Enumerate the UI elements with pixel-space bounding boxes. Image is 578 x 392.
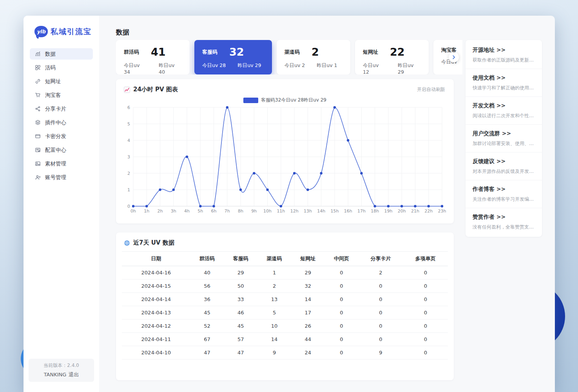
- table-cell: 0: [403, 279, 448, 293]
- link-item-6[interactable]: 赞赏作者 >>没有任何盈利，全靠赞赏支持...: [466, 208, 542, 236]
- svg-text:3: 3: [127, 154, 130, 160]
- version-label: 当前版本：2.4.0: [30, 362, 92, 369]
- table-cell: 26: [291, 319, 325, 333]
- svg-text:17h: 17h: [357, 209, 366, 214]
- table-cell: 0: [403, 293, 448, 306]
- table-cell: 24: [291, 346, 325, 359]
- stat-card-value: 2: [312, 47, 319, 57]
- link-item-1[interactable]: 使用文档 >>快速学习和了解正确的使用姿...: [466, 69, 542, 97]
- brand-name: 私域引流宝: [51, 27, 92, 37]
- link-item-5[interactable]: 作者博客 >>关注作者的博客学习开发编程...: [466, 180, 542, 208]
- column-header: 分享卡片: [358, 252, 403, 266]
- table-cell: 29: [291, 266, 325, 279]
- table-cell: 0: [358, 333, 403, 346]
- table-cell: 0: [403, 346, 448, 359]
- table-cell: 0: [325, 319, 359, 333]
- svg-text:6: 6: [127, 105, 130, 110]
- sidebar-item-5[interactable]: 插件中心: [30, 117, 93, 128]
- sidebar-item-label: 短网址: [45, 78, 61, 85]
- page-title: 数据: [116, 28, 129, 37]
- svg-text:7h: 7h: [225, 209, 230, 214]
- table-cell: 10: [257, 319, 291, 333]
- sidebar-item-label: 活码: [45, 64, 56, 71]
- sidebar-item-6[interactable]: 卡密分发: [30, 131, 93, 142]
- sidebar-item-7[interactable]: 配置中心: [30, 144, 93, 156]
- link-item-0[interactable]: 开源地址 >>获取作者的正版源码及更新动...: [466, 41, 542, 69]
- sidebar-item-label: 卡密分发: [45, 133, 66, 140]
- svg-text:12h: 12h: [290, 209, 299, 214]
- stat-card-label: 短网址: [363, 49, 378, 56]
- table-cell: 0: [325, 306, 359, 319]
- stat-card-today-uv: 今日uv 12: [363, 62, 386, 74]
- sidebar-item-9[interactable]: 账号管理: [30, 172, 93, 183]
- table-cell: 2024-04-14: [122, 293, 190, 306]
- svg-text:15h: 15h: [330, 209, 339, 214]
- sidebar-item-label: 素材管理: [45, 160, 66, 167]
- table-cell: 56: [190, 279, 224, 293]
- pv-chart-card: 24小时 PV 图表 开启自动刷新 客服码32今日uv 28昨日uv 29 01…: [116, 79, 454, 223]
- sidebar-item-label: 插件中心: [45, 119, 66, 126]
- table-cell: 2024-04-12: [122, 319, 190, 333]
- sidebar-item-1[interactable]: 活码: [30, 62, 93, 73]
- sidebar-item-2[interactable]: 短网址: [30, 76, 93, 87]
- svg-text:20h: 20h: [398, 209, 406, 214]
- table-cell: 9: [358, 346, 403, 359]
- table-cell: 2: [358, 266, 403, 279]
- sidebar-item-8[interactable]: 素材管理: [30, 158, 93, 169]
- svg-text:10h: 10h: [263, 209, 272, 214]
- link-item-2[interactable]: 开发文档 >>阅读以进行二次开发和个性化...: [466, 97, 542, 125]
- link-description: 加群讨论部署安装、使用、开...: [473, 140, 535, 147]
- svg-text:5h: 5h: [197, 209, 203, 214]
- stat-card-3[interactable]: 短网址22今日uv 12昨日uv 29: [355, 40, 429, 74]
- table-cell: 36: [190, 293, 224, 306]
- svg-text:21h: 21h: [411, 209, 419, 214]
- table-cell: 0: [325, 346, 359, 359]
- svg-text:0h: 0h: [130, 209, 136, 214]
- settings-icon: [35, 147, 41, 153]
- auto-refresh-toggle[interactable]: 开启自动刷新: [417, 86, 445, 93]
- svg-text:23h: 23h: [438, 209, 446, 214]
- svg-text:19h: 19h: [384, 209, 392, 214]
- table-cell: 47: [190, 346, 224, 359]
- table-cell: 9: [257, 346, 291, 359]
- stat-card-0[interactable]: 群活码41今日uv 34昨日uv 40: [116, 40, 190, 74]
- pv-chart-header: 24小时 PV 图表 开启自动刷新: [116, 79, 454, 93]
- link-item-3[interactable]: 用户交流群 >>加群讨论部署安装、使用、开...: [466, 125, 542, 152]
- table-cell: 33: [224, 293, 257, 306]
- sidebar-item-label: 分享卡片: [45, 105, 66, 113]
- sidebar-item-4[interactable]: 分享卡片: [30, 103, 93, 114]
- stat-cards-row: 群活码41今日uv 34昨日uv 40客服码32今日uv 28昨日uv 29渠道…: [116, 40, 462, 74]
- pv-line-chart: 01234560h1h2h3h4h5h6h7h8h9h10h11h12h13h1…: [122, 103, 448, 217]
- uv-table-title: 近7天 UV 数据: [133, 239, 174, 247]
- table-row: 2024-04-1167571444000: [122, 333, 448, 346]
- card-icon: [35, 133, 41, 139]
- chart-legend[interactable]: 客服码32今日uv 28昨日uv 29: [116, 97, 454, 103]
- sidebar-menu: 数据活码短网址淘宝客分享卡片插件中心卡密分发配置中心素材管理账号管理: [24, 48, 99, 183]
- table-cell: 0: [403, 333, 448, 346]
- image-icon: [35, 161, 41, 167]
- column-header: 多项单页: [403, 252, 448, 266]
- user-icon: [35, 174, 41, 180]
- stat-card-2[interactable]: 渠道码2今日uv 2昨日uv 1: [277, 40, 350, 74]
- column-header: 群活码: [190, 252, 224, 266]
- table-cell: 2024-04-16: [122, 266, 190, 279]
- sidebar-item-0[interactable]: 数据: [30, 48, 93, 60]
- table-row: 2024-04-104747924090: [122, 346, 448, 359]
- stat-card-1[interactable]: 客服码32今日uv 28昨日uv 29: [194, 40, 272, 74]
- logo-bubble-icon: ylb: [34, 26, 48, 37]
- carousel-next-button[interactable]: [449, 52, 459, 62]
- legend-swatch-icon: [243, 98, 258, 103]
- svg-text:18h: 18h: [371, 209, 379, 214]
- table-cell: 0: [325, 279, 359, 293]
- table-cell: 5: [257, 306, 291, 319]
- table-cell: 67: [190, 333, 224, 346]
- link-item-4[interactable]: 反馈建议 >>对本开源作品的反馈及开发建...: [466, 152, 542, 180]
- sidebar-item-3[interactable]: 淘宝客: [30, 89, 93, 101]
- layers-icon: [35, 120, 41, 125]
- sidebar-item-label: 数据: [45, 51, 56, 58]
- logout-link[interactable]: 退出: [69, 372, 79, 377]
- link-title: 反馈建议 >>: [473, 158, 535, 165]
- svg-text:4h: 4h: [184, 209, 190, 214]
- table-cell: 17: [291, 306, 325, 319]
- stat-card-yesterday-uv: 昨日uv 29: [398, 62, 421, 74]
